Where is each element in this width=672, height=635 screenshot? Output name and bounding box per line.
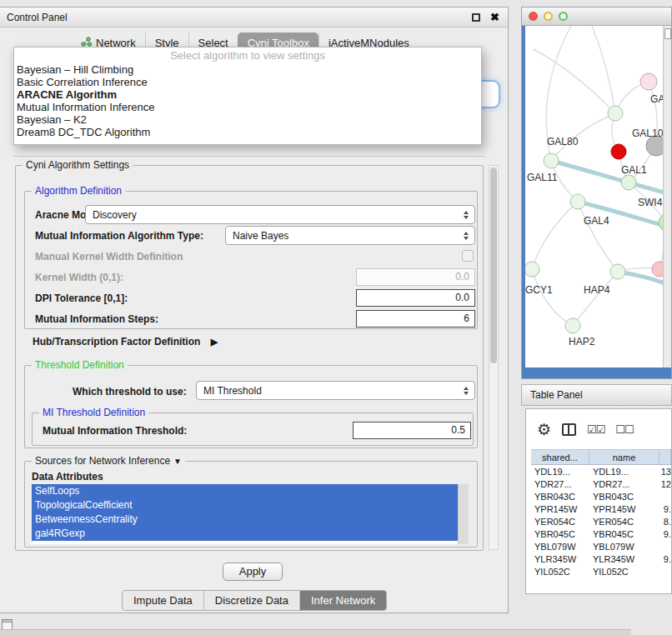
select-all-checkboxes-icon[interactable]: ☑☑ (587, 423, 604, 436)
table-cell: 12 (659, 479, 671, 489)
deselect-all-checkboxes-icon[interactable]: ☐☐ (615, 423, 633, 436)
node-label: HAP2 (569, 336, 595, 348)
gal-top-node[interactable] (640, 73, 657, 90)
table-cell: YBR045C (589, 529, 659, 539)
network-edge[interactable] (532, 269, 573, 326)
combo-stepper-icon (459, 232, 472, 240)
table-cell: 9. (659, 504, 671, 514)
table-cell: YER054C (531, 517, 589, 527)
kernel-width-field[interactable]: 0.0 (356, 268, 475, 286)
combo-stepper-icon (459, 211, 472, 219)
hub-section-label: Hub/Transcription Factor Definition (33, 336, 200, 348)
zoom-traffic-light-icon[interactable] (559, 12, 568, 21)
network-canvas[interactable]: GALGAL80GAL10GAL11GAL1SWI4GAL4GCY1HAP4YH… (525, 26, 664, 368)
network-frame: GALGAL80GAL10GAL11GAL1SWI4GAL4GCY1HAP4YH… (522, 26, 671, 378)
list-item-topologicalcoefficient[interactable]: TopologicalCoefficient (32, 498, 458, 512)
manual-kernel-width-checkbox[interactable] (462, 250, 474, 262)
combo-stepper-icon (459, 387, 472, 395)
column-header-shared-name[interactable]: shared... (531, 450, 589, 464)
table-row[interactable]: YIL052CYIL052C (531, 565, 671, 578)
table-row[interactable]: YDL19...YDL19...13 (531, 465, 671, 478)
settings-scrollbar[interactable] (489, 165, 499, 550)
mi-threshold-field[interactable]: 0.5 (353, 422, 471, 439)
aracne-mode-select[interactable]: Discovery (85, 205, 475, 224)
node-label: GAL1 (621, 164, 647, 176)
mi-threshold-definition-group: MI Threshold Definition Mutual Informati… (32, 412, 474, 446)
hap2-node[interactable] (565, 318, 580, 333)
node-label: GAL80 (547, 136, 579, 148)
gal10-node[interactable] (611, 144, 626, 159)
close-traffic-light-icon[interactable] (529, 12, 538, 21)
attribute-table: shared... name YDL19...YDL19...13YDR27..… (531, 449, 671, 578)
close-icon[interactable]: ✖ (490, 11, 499, 23)
group-title: Threshold Definition (32, 359, 128, 371)
list-item-gal4rgexp[interactable]: gal4RGexp (32, 527, 458, 541)
apply-button[interactable]: Apply (223, 562, 283, 581)
group-title: Cyni Algorithm Settings (23, 159, 133, 171)
network-edge[interactable] (592, 26, 615, 113)
algorithm-option-0[interactable]: Bayesian – Hill Climbing (14, 63, 481, 76)
columns-icon[interactable] (562, 423, 576, 436)
tab-discretize-data[interactable]: Discretize Data (203, 591, 299, 610)
table-row[interactable]: YDR27...YDR27...12 (531, 478, 671, 490)
gal1-node[interactable] (621, 175, 636, 190)
hub-transcription-section-toggle[interactable]: Hub/Transcription Factor Definition ▶ (33, 336, 218, 348)
sources-section-toggle[interactable]: Sources for Network Inference▼ (32, 455, 185, 467)
column-header-partial[interactable] (659, 450, 671, 464)
selected-value: MI Threshold (197, 385, 459, 397)
which-threshold-label: Which threshold to use: (73, 386, 187, 398)
table-cell: YDL19... (531, 467, 589, 477)
network-view-window: GALGAL80GAL10GAL11GAL1SWI4GAL4GCY1HAP4YH… (521, 7, 672, 379)
selected-value: Discovery (86, 209, 459, 221)
control-panel-window: Control Panel ✖ Network Style Select (0, 7, 509, 613)
table-cell: 13 (659, 467, 671, 477)
algorithm-option-4[interactable]: Bayesian – K2 (14, 113, 481, 126)
group-title: Algorithm Definition (32, 185, 125, 197)
list-item-betweennesscentrality[interactable]: BetweennessCentrality (32, 512, 458, 527)
table-row[interactable]: YER054CYER054C8. (531, 515, 671, 528)
minimize-traffic-light-icon[interactable] (544, 12, 553, 21)
algorithm-option-2[interactable]: ARACNE Algorithm (14, 88, 481, 101)
algorithm-option-5[interactable]: Dream8 DC_TDC Algorithm (14, 126, 481, 138)
gear-icon[interactable]: ⚙ (537, 422, 551, 438)
table-row[interactable]: YBR045CYBR045C9. (531, 528, 671, 540)
gal11-node[interactable] (544, 153, 559, 168)
column-header-name[interactable]: name (589, 450, 659, 464)
table-cell: YBR045C (531, 529, 589, 539)
list-item-selfloops[interactable]: SelfLoops (32, 484, 458, 498)
gal4-node[interactable] (570, 194, 585, 209)
table-row[interactable]: YLR345WYLR345W9. (531, 552, 671, 565)
table-body: YDL19...YDL19...13YDR27...YDR27...12YBR0… (531, 465, 671, 578)
table-row[interactable]: YBR043CYBR043C (531, 490, 671, 502)
table-panel-titlebar: Table Panel (521, 384, 672, 406)
network-window-titlebar (522, 8, 671, 26)
list-scrollbar[interactable] (458, 484, 469, 544)
which-threshold-select[interactable]: MI Threshold (196, 381, 475, 400)
network-edge[interactable] (551, 161, 664, 192)
table-cell: 9. (659, 554, 671, 564)
selected-value: Naive Bayes (226, 230, 459, 242)
node-label: GCY1 (525, 284, 553, 296)
tab-impute-data[interactable]: Impute Data (123, 591, 203, 610)
hap4-node[interactable] (610, 264, 625, 279)
table-cell: YPR145W (589, 504, 659, 514)
mi-steps-field[interactable]: 6 (356, 310, 475, 328)
dpi-tolerance-field[interactable]: 0.0 (356, 289, 475, 307)
algorithm-definition-group: Algorithm Definition Aracne Mode: Discov… (24, 191, 478, 329)
network-edge[interactable] (532, 202, 578, 269)
network-edge[interactable] (573, 272, 618, 326)
table-row[interactable]: YBL079WYBL079W (531, 540, 671, 552)
manual-kernel-width-label: Manual Kernel Width Definition (35, 251, 183, 262)
table-cell: YER054C (589, 517, 659, 527)
tab-infer-network[interactable]: Infer Network (299, 591, 386, 610)
algorithm-option-3[interactable]: Mutual Information Inference (14, 101, 481, 113)
mi-type-select[interactable]: Naive Bayes (225, 226, 475, 245)
float-window-icon[interactable] (472, 13, 480, 22)
network-right-scrollbar[interactable] (663, 26, 671, 368)
gcy1-node[interactable] (525, 262, 539, 277)
gal80-node[interactable] (608, 106, 623, 121)
table-row[interactable]: YPR145WYPR145W9. (531, 502, 671, 515)
scrollbar-thumb[interactable] (664, 28, 671, 39)
algorithm-option-1[interactable]: Basic Correlation Inference (14, 76, 481, 88)
scrollbar-thumb[interactable] (490, 168, 497, 363)
